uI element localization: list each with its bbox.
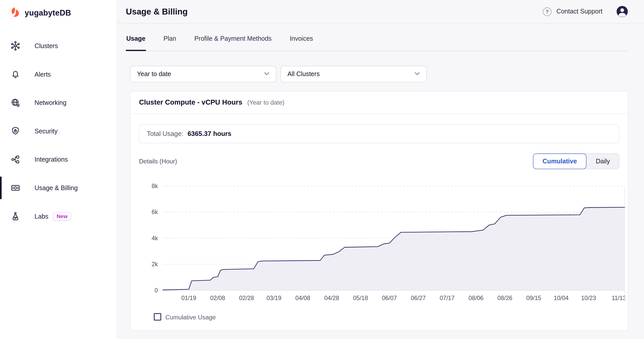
svg-text:03/19: 03/19 [267,295,282,301]
flask-icon [10,211,21,222]
usage-card: Cluster Compute - vCPU Hours (Year to da… [130,91,628,331]
header-actions: ? Contact Support [543,5,628,18]
globe-gear-icon [10,97,21,108]
bell-icon [10,69,21,80]
total-usage-value: 6365.37 hours [187,130,231,137]
page-header: Usage & Billing ? Contact Support [117,0,644,23]
main-area: Usage & Billing ? Contact Support Usage … [117,0,644,339]
svg-text:08/06: 08/06 [469,295,484,301]
svg-text:04/08: 04/08 [295,295,310,301]
tab-invoices[interactable]: Invoices [289,35,313,50]
usage-card-body: Total Usage: 6365.37 hours Details (Hour… [130,114,628,330]
svg-text:8k: 8k [152,182,158,189]
details-label: Details (Hour) [139,158,177,164]
svg-text:08/26: 08/26 [497,295,513,301]
billing-tabs: Usage Plan Profile & Payment Methods Inv… [126,23,628,51]
cluster-select[interactable]: All Clusters [281,66,427,82]
filters-row: Year to date All Clusters [130,66,628,82]
sidebar: yugabyteDB Clusters [0,0,117,339]
labs-new-badge: New [53,212,71,221]
tab-profile-payment[interactable]: Profile & Payment Methods [194,35,272,50]
sidebar-item-label: Security [35,127,58,135]
svg-text:02/08: 02/08 [210,295,225,301]
sidebar-item-label: Networking [35,99,66,106]
svg-text:4k: 4k [152,235,158,241]
chart-legend: Cumulative Usage [139,313,619,320]
sidebar-item-alerts[interactable]: Alerts [0,60,117,89]
brand-logo[interactable]: yugabyteDB [0,0,117,19]
svg-text:02/28: 02/28 [239,295,254,301]
svg-text:05/18: 05/18 [353,295,368,301]
shield-lock-icon [10,125,21,137]
date-range-select[interactable]: Year to date [130,66,276,82]
cluster-select-value: All Clusters [287,70,320,78]
sidebar-item-label: Integrations [35,156,68,163]
help-icon[interactable]: ? [543,7,551,16]
svg-text:04/28: 04/28 [324,295,339,301]
integrations-icon [10,154,21,165]
usage-chart: 02k4k6k8k01/1902/0802/2803/1904/0804/280… [139,179,619,302]
sidebar-item-label: Clusters [35,42,58,50]
svg-text:11/13: 11/13 [612,295,625,301]
svg-text:10/23: 10/23 [581,295,596,301]
sidebar-item-label: Labs [35,213,48,220]
sidebar-item-usage-billing[interactable]: Usage & Billing [0,174,117,202]
usage-card-header: Cluster Compute - vCPU Hours (Year to da… [130,91,628,114]
chevron-down-icon [264,72,269,76]
svg-text:2k: 2k [152,261,158,267]
svg-text:09/15: 09/15 [526,295,541,301]
svg-text:10/04: 10/04 [554,295,569,301]
sidebar-item-label: Alerts [35,70,51,78]
yugabyte-logo-icon [10,7,21,19]
app: yugabyteDB Clusters [0,0,644,339]
usage-content: Year to date All Clusters Cluster Comput… [117,51,644,339]
date-range-value: Year to date [137,70,171,78]
total-usage-box: Total Usage: 6365.37 hours [139,124,619,143]
brand-name: yugabyteDB [25,8,71,18]
legend-label: Cumulative Usage [165,313,216,320]
legend-checkbox[interactable] [154,313,161,320]
sidebar-item-clusters[interactable]: Clusters [0,32,117,60]
sidebar-nav: Clusters Alerts [0,32,117,230]
tab-usage[interactable]: Usage [126,35,146,50]
chevron-down-icon [415,72,420,76]
svg-text:06/07: 06/07 [382,295,397,301]
svg-text:6k: 6k [152,209,158,215]
cumulative-toggle-button[interactable]: Cumulative [533,153,586,169]
usage-chart-svg: 02k4k6k8k01/1902/0802/2803/1904/0804/280… [139,179,625,302]
billing-icon [10,182,21,193]
sidebar-item-security[interactable]: Security [0,117,117,145]
svg-text:01/19: 01/19 [181,295,196,301]
sidebar-item-label: Usage & Billing [35,184,78,192]
usage-card-title: Cluster Compute - vCPU Hours [139,98,242,106]
tab-plan[interactable]: Plan [163,35,177,50]
view-mode-toggle: Cumulative Daily [533,153,619,169]
sidebar-item-networking[interactable]: Networking [0,89,117,117]
details-row: Details (Hour) Cumulative Daily [139,153,619,169]
sidebar-item-integrations[interactable]: Integrations [0,145,117,174]
svg-text:0: 0 [155,287,158,293]
sidebar-item-labs[interactable]: Labs New [0,202,117,231]
clusters-icon [10,40,21,51]
svg-text:07/17: 07/17 [440,295,455,301]
total-usage-label: Total Usage: [147,130,183,137]
usage-card-subtitle: (Year to date) [247,98,284,105]
daily-toggle-button[interactable]: Daily [583,153,619,169]
user-avatar[interactable] [616,5,628,18]
contact-support-link[interactable]: Contact Support [557,8,603,15]
svg-text:06/27: 06/27 [411,295,426,301]
screen: yugabyteDB Clusters [0,0,644,339]
page-title: Usage & Billing [126,7,188,17]
